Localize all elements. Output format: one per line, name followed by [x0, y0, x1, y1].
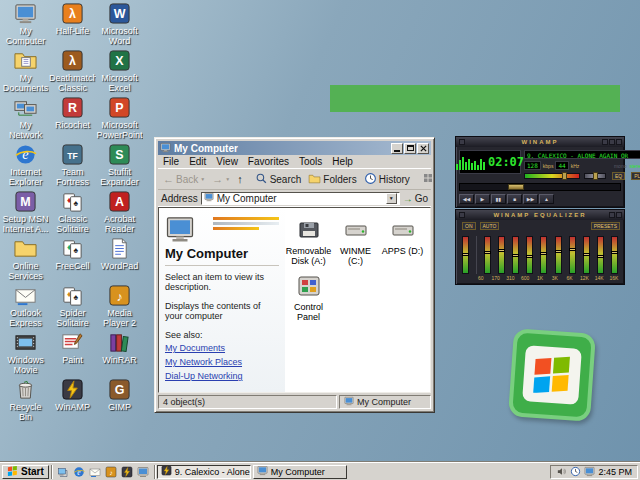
desktop-icon-spider-solitaire[interactable]: ♦♠Spider Solitaire	[49, 284, 96, 331]
address-combo[interactable]: My Computer ▼	[201, 192, 400, 205]
sidebar-link-dial-up-networking[interactable]: Dial-Up Networking	[165, 371, 279, 381]
quick-launch-outlook-express[interactable]	[88, 465, 102, 479]
quick-launch-show-desktop[interactable]	[56, 465, 70, 479]
desktop-icon-ricochet[interactable]: RRicochet	[49, 96, 96, 143]
slider-thumb[interactable]	[569, 248, 576, 251]
menu-file[interactable]: File	[158, 156, 184, 167]
desktop-icon-paint[interactable]: Paint	[49, 331, 96, 378]
up-button[interactable]: ↑	[234, 170, 246, 188]
desktop-icon-internet-explorer[interactable]: eInternet Explorer	[2, 143, 49, 190]
desktop-icon-setup-msn-internet-access[interactable]: MSetup MSN Internet A...	[2, 190, 49, 237]
desktop-icon-wordpad[interactable]: WordPad	[96, 237, 143, 284]
playlist-toggle-button[interactable]: PL	[631, 172, 640, 180]
desktop-icon-online-services[interactable]: Online Services	[2, 237, 49, 284]
views-button[interactable]	[419, 170, 437, 188]
eq-toggle-button[interactable]: EQ	[612, 172, 625, 180]
quick-launch-media-player[interactable]: ♪	[104, 465, 118, 479]
desktop-icon-my-documents[interactable]: My Documents	[2, 49, 49, 96]
search-button[interactable]: Search	[252, 170, 305, 188]
slider-thumb[interactable]	[540, 252, 547, 255]
tray-display-icon[interactable]	[584, 466, 595, 477]
eq-band-6K[interactable]	[569, 236, 576, 274]
slider-thumb[interactable]	[462, 253, 469, 256]
menu-edit[interactable]: Edit	[184, 156, 211, 167]
winamp-menu-button[interactable]	[459, 139, 465, 145]
eject-button[interactable]: ▲	[539, 194, 554, 204]
slider-thumb[interactable]	[498, 249, 505, 252]
desktop-icon-stuffit-expander[interactable]: SStuffit Expander	[96, 143, 143, 190]
preamp-slider[interactable]	[462, 236, 469, 274]
eq-band-12K[interactable]	[583, 236, 590, 274]
folder-item-control-panel[interactable]: Control Panel	[285, 274, 332, 322]
desktop-icon-windows-movie-maker[interactable]: Windows Movie Maker	[2, 331, 49, 378]
sidebar-link-my-documents[interactable]: My Documents	[165, 343, 279, 353]
stop-button[interactable]: ■	[507, 194, 522, 204]
quick-launch-my-computer[interactable]	[136, 465, 150, 479]
go-button[interactable]: → Go	[403, 193, 428, 204]
desktop-icon-gimp[interactable]: GGIMP	[96, 378, 143, 425]
desktop-icon-media-player-2[interactable]: ♪Media Player 2	[96, 284, 143, 331]
slider-thumb[interactable]	[526, 255, 533, 258]
slider-thumb[interactable]	[597, 255, 604, 258]
tray-scheduler-icon[interactable]	[570, 466, 581, 477]
eq-band-14K[interactable]	[597, 236, 604, 274]
slider-thumb[interactable]	[555, 250, 562, 253]
time-display[interactable]: 02:07	[459, 150, 521, 174]
sidebar-link-my-network-places[interactable]: My Network Places	[165, 357, 279, 367]
equalizer-menu-button[interactable]	[459, 212, 465, 218]
quick-launch-internet-explorer[interactable]: e	[72, 465, 86, 479]
winamp-minimize-button[interactable]	[602, 139, 608, 145]
eq-band-1K[interactable]	[540, 236, 547, 274]
eq-band-310[interactable]	[512, 236, 519, 274]
seek-thumb[interactable]	[508, 184, 524, 190]
track-title-marquee[interactable]: 9. CALEXICO - ALONE AGAIN OR	[524, 150, 640, 159]
eq-auto-button[interactable]: AUTO	[480, 222, 500, 230]
title-bar[interactable]: My Computer	[158, 141, 431, 155]
equalizer-shade-button[interactable]	[609, 212, 615, 218]
desktop-icon-freecell[interactable]: ♦♠FreeCell	[49, 237, 96, 284]
slider-thumb[interactable]	[512, 254, 519, 257]
desktop-icon-classic-solitaire[interactable]: ♦♠Classic Solitaire	[49, 190, 96, 237]
desktop-icon-half-life[interactable]: λHalf-Life	[49, 2, 96, 49]
menu-tools[interactable]: Tools	[294, 156, 327, 167]
menu-favorites[interactable]: Favorites	[243, 156, 294, 167]
desktop-icon-microsoft-excel[interactable]: XMicrosoft Excel	[96, 49, 143, 96]
slider-thumb[interactable]	[583, 253, 590, 256]
eq-band-170[interactable]	[498, 236, 505, 274]
winamp-title-bar[interactable]: WINAMP	[456, 137, 624, 147]
eq-on-button[interactable]: ON	[462, 222, 476, 230]
tray-volume-icon[interactable]	[556, 466, 567, 477]
menu-help[interactable]: Help	[327, 156, 358, 167]
maximize-button[interactable]	[404, 143, 416, 154]
desktop-icon-my-computer[interactable]: My Computer	[2, 2, 49, 49]
folders-button[interactable]: Folders	[305, 170, 359, 188]
eq-band-60[interactable]	[484, 236, 491, 274]
history-button[interactable]: History	[361, 170, 413, 188]
forward-button[interactable]: → ▼	[209, 170, 233, 188]
eq-band-3K[interactable]	[555, 236, 562, 274]
next-button[interactable]: ▶▶	[523, 194, 538, 204]
desktop-icon-deathmatch-classic[interactable]: λDeathmatch Classic	[49, 49, 96, 96]
previous-button[interactable]: ◀◀	[459, 194, 474, 204]
desktop-icon-winamp[interactable]: WinAMP	[49, 378, 96, 425]
eq-band-600[interactable]	[526, 236, 533, 274]
equalizer-close-button[interactable]	[616, 212, 622, 218]
minimize-button[interactable]	[391, 143, 403, 154]
volume-slider[interactable]	[524, 173, 580, 179]
windows-logo-badge[interactable]	[508, 328, 596, 422]
desktop-icon-team-fortress-15[interactable]: TFTeam Fortress 1.5	[49, 143, 96, 190]
folder-item-removable-disk-a[interactable]: Removable Disk (A:)	[285, 218, 332, 266]
winamp-close-button[interactable]	[616, 139, 622, 145]
task-button-my-computer-task[interactable]: My Computer	[253, 465, 347, 479]
eq-presets-button[interactable]: PRESETS	[591, 222, 620, 230]
winamp-shade-button[interactable]	[609, 139, 615, 145]
close-button[interactable]	[417, 143, 429, 154]
pause-button[interactable]: ▮▮	[491, 194, 506, 204]
desktop-icon-recycle-bin[interactable]: Recycle Bin	[2, 378, 49, 425]
play-button[interactable]: ▶	[475, 194, 490, 204]
task-button-winamp-task[interactable]: 9. Calexico - Alone A...	[157, 465, 251, 479]
back-button[interactable]: ← Back ▼	[160, 170, 208, 188]
quick-launch-winamp[interactable]	[120, 465, 134, 479]
balance-slider[interactable]	[584, 173, 606, 179]
folder-item-apps-d[interactable]: APPS (D:)	[379, 218, 426, 266]
